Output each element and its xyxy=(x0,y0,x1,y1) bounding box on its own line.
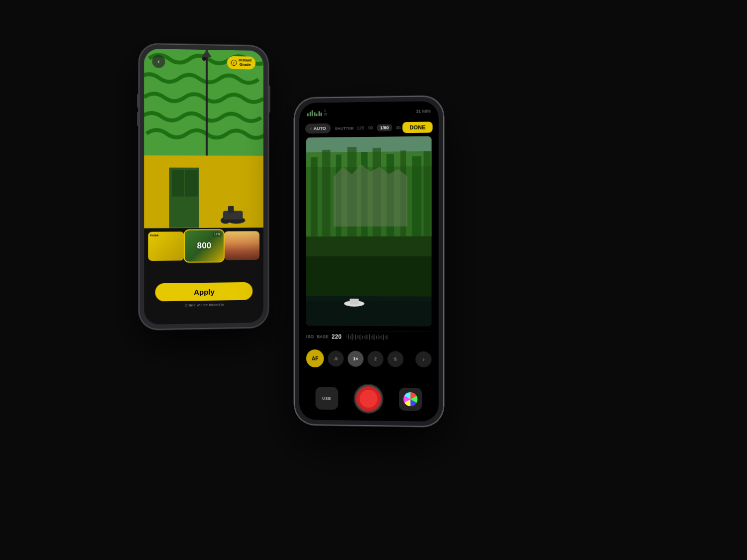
svg-rect-3 xyxy=(144,155,263,228)
l-label: L xyxy=(324,109,327,112)
tick-2 xyxy=(348,335,349,339)
iso-label: ISO xyxy=(306,334,314,339)
done-button[interactable]: DONE xyxy=(402,121,432,133)
tick-16 xyxy=(373,335,374,339)
base-label: BASE xyxy=(317,334,329,339)
chevron-left-icon: ‹ xyxy=(158,58,160,65)
tick-21 xyxy=(381,335,382,339)
audio-meter: L R xyxy=(307,109,327,116)
film-item-anjin[interactable]: 17% 800 xyxy=(185,230,224,261)
forest-camera-view xyxy=(306,136,432,327)
tick-1 xyxy=(347,336,347,338)
audio-bar-7 xyxy=(320,112,322,116)
iso-tick-marks xyxy=(347,334,387,341)
tick-20 xyxy=(379,336,380,338)
shutter-1-60[interactable]: 1/60 xyxy=(377,124,392,131)
apply-section: Apply Grade will be baked in xyxy=(144,282,263,308)
r-label: R xyxy=(324,112,327,116)
shutter-values: 120 90 1/60 45 30 xyxy=(357,124,410,131)
audio-bar-3 xyxy=(312,110,313,116)
film-kodiak-brand: Kodiak xyxy=(150,234,158,237)
film-anjin-pct: 17% xyxy=(213,232,221,237)
zoom-bar: AF .5 1× 2 5 › xyxy=(299,349,439,368)
phone-left: ‹ + Instant Grade xyxy=(139,44,268,330)
svg-rect-26 xyxy=(306,256,432,301)
more-options-button[interactable]: › xyxy=(415,351,431,367)
tick-10 xyxy=(362,335,363,338)
tick-5 xyxy=(354,335,354,339)
tick-23 xyxy=(385,336,386,338)
audio-bars xyxy=(307,110,322,116)
bottom-controls: USB xyxy=(299,384,439,413)
back-button[interactable]: ‹ xyxy=(152,55,165,68)
side-buttons-left xyxy=(137,94,139,130)
status-bar-right: L R 31 MIN xyxy=(307,107,431,116)
instant-grade-label: Instant Grade xyxy=(239,58,251,67)
volume-down-button[interactable] xyxy=(137,112,139,126)
scene: ‹ + Instant Grade xyxy=(0,0,747,560)
svg-rect-28 xyxy=(306,301,432,327)
audio-bar-1 xyxy=(307,113,309,116)
iso-value[interactable]: 220 xyxy=(332,334,342,340)
tick-24 xyxy=(386,335,387,339)
shutter-120[interactable]: 120 xyxy=(357,125,364,130)
tick-12 xyxy=(366,335,366,339)
svg-rect-30 xyxy=(350,299,359,305)
tick-3 xyxy=(350,335,351,338)
svg-rect-6 xyxy=(185,170,198,196)
power-button[interactable] xyxy=(268,86,270,113)
phone-right: L R 31 MIN ‹ AUTO SHUTTER 120 90 1/60 45 xyxy=(294,96,444,427)
svg-rect-5 xyxy=(172,170,184,196)
zoom-2x[interactable]: 2 xyxy=(368,351,383,367)
shutter-label: SHUTTER xyxy=(335,126,354,130)
notch xyxy=(354,102,383,107)
tick-13 xyxy=(368,335,368,339)
auto-button[interactable]: ‹ AUTO xyxy=(305,123,331,134)
audio-bar-2 xyxy=(309,112,311,116)
iso-bar: ISO BASE 220 xyxy=(299,331,439,343)
record-button-inner xyxy=(360,390,377,408)
side-buttons-right xyxy=(268,86,270,113)
mural-background xyxy=(144,49,263,228)
shutter-45[interactable]: 45 xyxy=(396,125,401,130)
tick-6 xyxy=(355,334,356,339)
lut-button[interactable] xyxy=(399,388,422,411)
tick-11 xyxy=(364,336,365,338)
time-display: 31 MIN xyxy=(416,109,430,113)
auto-chevron-icon: ‹ xyxy=(310,126,312,131)
af-button[interactable]: AF xyxy=(306,349,324,367)
tick-7 xyxy=(357,336,358,338)
mural-wavy-pattern xyxy=(144,49,263,228)
zoom-1x[interactable]: 1× xyxy=(348,351,364,367)
instant-grade-badge[interactable]: + Instant Grade xyxy=(227,56,256,69)
right-phone-screen: L R 31 MIN ‹ AUTO SHUTTER 120 90 1/60 45 xyxy=(299,101,439,422)
lr-labels: L R xyxy=(323,109,327,116)
audio-bar-4 xyxy=(314,112,315,116)
audio-bar-6 xyxy=(318,111,320,116)
grade-baked-text: Grade will be baked in xyxy=(184,302,224,307)
instant-grade-icon: + xyxy=(231,60,237,66)
tick-8 xyxy=(359,335,359,339)
volume-up-button[interactable] xyxy=(137,94,139,108)
film-item-fade[interactable] xyxy=(224,231,259,260)
tick-9 xyxy=(361,334,361,340)
tick-22 xyxy=(383,335,384,340)
usb-button[interactable]: USB xyxy=(315,387,338,410)
tick-14 xyxy=(369,334,370,340)
zoom-point5[interactable]: .5 xyxy=(328,350,344,366)
shutter-90[interactable]: 90 xyxy=(368,125,373,130)
iso-slider[interactable] xyxy=(347,331,432,343)
tick-4 xyxy=(352,334,352,340)
audio-bar-5 xyxy=(316,113,318,116)
record-button[interactable] xyxy=(355,385,382,413)
auto-label: AUTO xyxy=(314,126,326,131)
left-phone-screen: ‹ + Instant Grade xyxy=(144,49,263,325)
camera-view-left xyxy=(144,49,263,228)
film-strip[interactable]: Kodiak 17% 800 xyxy=(144,228,263,264)
film-anjin-number: 800 xyxy=(197,241,212,251)
film-item-kodiak[interactable]: Kodiak xyxy=(148,231,184,261)
apply-button[interactable]: Apply xyxy=(155,282,253,302)
zoom-5x[interactable]: 5 xyxy=(387,351,403,367)
tick-17 xyxy=(374,334,375,340)
tick-19 xyxy=(378,335,379,339)
